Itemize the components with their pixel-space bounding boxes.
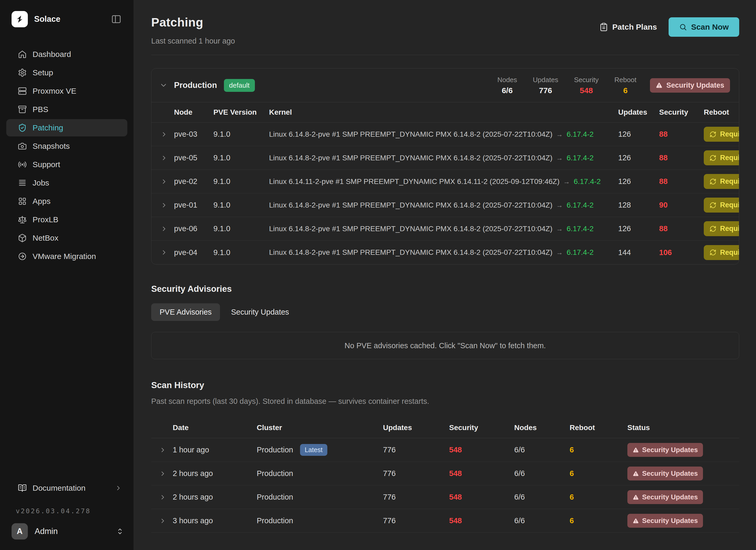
kernel-info: Linux 6.14.11-2-pve #1 SMP PREEMPT_DYNAM… bbox=[265, 177, 612, 186]
chevron-right-icon bbox=[115, 484, 122, 492]
row-expand-chevron-icon[interactable] bbox=[151, 470, 169, 477]
sidebar-item-patching[interactable]: Patching bbox=[6, 119, 127, 137]
row-expand-chevron-icon[interactable] bbox=[151, 178, 170, 185]
kernel-new-version: 6.17.4-2 bbox=[567, 201, 594, 209]
updates-count: 126 bbox=[612, 177, 653, 186]
cluster-header[interactable]: Production default Nodes 6/6 Updates 776… bbox=[151, 69, 739, 102]
app-version: v2026.03.04.278 bbox=[6, 497, 127, 518]
sidebar-item-setup[interactable]: Setup bbox=[6, 64, 127, 81]
row-expand-chevron-icon[interactable] bbox=[151, 202, 170, 209]
scan-cluster: Production Latest bbox=[253, 493, 379, 501]
brand-row: Solace bbox=[6, 0, 127, 30]
node-row[interactable]: pve-05 9.1.0 Linux 6.14.8-2-pve #1 SMP P… bbox=[151, 146, 739, 170]
updates-count: 126 bbox=[612, 224, 653, 233]
row-expand-chevron-icon[interactable] bbox=[151, 131, 170, 138]
security-updates-badge: Security Updates bbox=[627, 467, 703, 480]
tab-security-updates[interactable]: Security Updates bbox=[223, 303, 297, 321]
camera-icon bbox=[18, 142, 27, 151]
sidebar-item-netbox[interactable]: NetBox bbox=[6, 229, 127, 247]
arrow-right-glyph: → bbox=[556, 201, 563, 209]
sidebar-item-proxmox-ve[interactable]: Proxmox VE bbox=[6, 82, 127, 100]
sidebar-item-label: Support bbox=[33, 160, 60, 169]
reboot-cell: Required bbox=[696, 174, 739, 189]
sidebar-footer: Documentation v2026.03.04.278 A Admin bbox=[6, 479, 127, 550]
sidebar-item-label: Patching bbox=[33, 123, 63, 132]
reboot-required-badge: Required bbox=[704, 245, 739, 260]
sidebar-item-support[interactable]: Support bbox=[6, 156, 127, 173]
row-expand-chevron-icon[interactable] bbox=[151, 225, 170, 233]
sidebar-item-vmware-migration[interactable]: VMware Migration bbox=[6, 248, 127, 265]
security-count: 88 bbox=[653, 154, 696, 162]
scan-status-cell: Security Updates bbox=[623, 443, 739, 457]
scan-now-button[interactable]: Scan Now bbox=[669, 17, 739, 37]
warning-icon bbox=[633, 494, 639, 500]
scan-security: 548 bbox=[445, 516, 510, 525]
scan-nodes: 6/6 bbox=[510, 493, 565, 501]
arrow-right-glyph: → bbox=[556, 154, 563, 162]
list-lines-icon bbox=[18, 179, 27, 187]
home-icon bbox=[18, 50, 27, 59]
sidebar-item-label: Dashboard bbox=[33, 50, 71, 59]
sidebar-item-jobs[interactable]: Jobs bbox=[6, 174, 127, 192]
row-expand-chevron-icon[interactable] bbox=[151, 494, 169, 501]
security-updates-badge: Security Updates bbox=[627, 514, 703, 528]
reboot-cell: Required bbox=[696, 245, 739, 260]
sidebar-item-dashboard[interactable]: Dashboard bbox=[6, 46, 127, 63]
sidebar-item-label: Snapshots bbox=[33, 142, 70, 151]
reboot-cell: Required bbox=[696, 221, 739, 236]
pve-version: 9.1.0 bbox=[209, 248, 265, 257]
security-advisories-section: Security Advisories PVE Advisories Secur… bbox=[151, 284, 739, 359]
sidebar-item-pbs[interactable]: PBS bbox=[6, 101, 127, 118]
row-expand-chevron-icon[interactable] bbox=[151, 154, 170, 162]
node-name: pve-02 bbox=[170, 177, 209, 186]
sidebar-item-label: NetBox bbox=[33, 234, 58, 243]
node-row[interactable]: pve-04 9.1.0 Linux 6.14.8-2-pve #1 SMP P… bbox=[151, 241, 739, 264]
user-name: Admin bbox=[35, 527, 58, 536]
sidebar-item-apps[interactable]: Apps bbox=[6, 193, 127, 210]
shield-check-icon bbox=[18, 123, 27, 132]
kernel-info: Linux 6.14.8-2-pve #1 SMP PREEMPT_DYNAMI… bbox=[265, 130, 612, 139]
scan-history-heading: Scan History bbox=[151, 380, 739, 390]
user-menu[interactable]: A Admin bbox=[6, 518, 127, 541]
node-row[interactable]: pve-01 9.1.0 Linux 6.14.8-2-pve #1 SMP P… bbox=[151, 194, 739, 217]
refresh-icon bbox=[710, 155, 716, 161]
gear-icon bbox=[18, 68, 27, 77]
sidebar-item-snapshots[interactable]: Snapshots bbox=[6, 138, 127, 155]
sidebar-item-documentation[interactable]: Documentation bbox=[6, 479, 127, 497]
sidebar-collapse-icon[interactable] bbox=[111, 14, 122, 24]
scan-date: 3 hours ago bbox=[169, 516, 253, 525]
scan-row[interactable]: 2 hours ago Production Latest 776 548 6/… bbox=[151, 485, 739, 509]
tab-pve-advisories[interactable]: PVE Advisories bbox=[151, 303, 220, 321]
scan-date: 2 hours ago bbox=[169, 493, 253, 501]
node-row[interactable]: pve-02 9.1.0 Linux 6.14.11-2-pve #1 SMP … bbox=[151, 170, 739, 194]
row-expand-chevron-icon[interactable] bbox=[151, 249, 170, 256]
updates-count: 126 bbox=[612, 154, 653, 162]
security-count: 90 bbox=[653, 201, 696, 210]
security-count: 88 bbox=[653, 224, 696, 233]
package-icon bbox=[18, 234, 27, 243]
arrow-right-glyph: → bbox=[556, 130, 563, 138]
kernel-new-version: 6.17.4-2 bbox=[567, 154, 594, 162]
chevron-down-icon[interactable] bbox=[159, 81, 168, 90]
arrow-right-glyph: → bbox=[556, 225, 563, 233]
node-row[interactable]: pve-03 9.1.0 Linux 6.14.8-2-pve #1 SMP P… bbox=[151, 123, 739, 146]
node-row[interactable]: pve-06 9.1.0 Linux 6.14.8-2-pve #1 SMP P… bbox=[151, 217, 739, 241]
pve-version: 9.1.0 bbox=[209, 224, 265, 233]
archive-icon bbox=[18, 105, 27, 114]
scan-row[interactable]: 3 hours ago Production Latest 776 548 6/… bbox=[151, 509, 739, 533]
scan-row[interactable]: 1 hour ago Production Latest 776 548 6/6… bbox=[151, 438, 739, 462]
security-count: 88 bbox=[653, 177, 696, 186]
radio-waves-icon bbox=[18, 160, 27, 169]
sidebar-item-proxlb[interactable]: ProxLB bbox=[6, 211, 127, 228]
node-name: pve-03 bbox=[170, 130, 209, 139]
scan-row[interactable]: 2 hours ago Production Latest 776 548 6/… bbox=[151, 462, 739, 485]
scan-date: 1 hour ago bbox=[169, 445, 253, 454]
stat-reboot: Reboot 6 bbox=[615, 76, 637, 95]
row-expand-chevron-icon[interactable] bbox=[151, 446, 169, 454]
row-expand-chevron-icon[interactable] bbox=[151, 517, 169, 525]
search-icon bbox=[679, 23, 687, 31]
updates-count: 126 bbox=[612, 130, 653, 139]
patch-plans-button[interactable]: Patch Plans bbox=[599, 23, 657, 32]
page-title: Patching bbox=[151, 15, 235, 29]
kernel-info: Linux 6.14.8-2-pve #1 SMP PREEMPT_DYNAMI… bbox=[265, 248, 612, 257]
